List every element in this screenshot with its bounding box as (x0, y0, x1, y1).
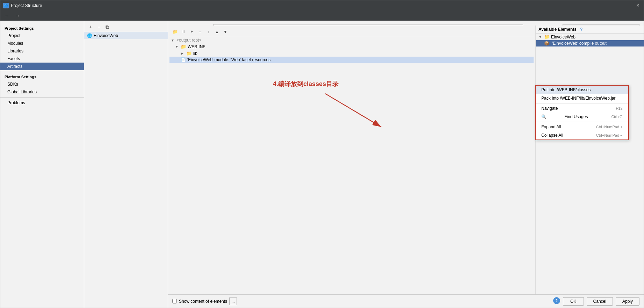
back-button[interactable]: ← (3, 12, 11, 19)
artifact-toolbar: + − ⧉ (84, 22, 168, 32)
ok-button[interactable]: OK (563, 297, 584, 306)
lib-label: lib (193, 51, 197, 56)
titlebar-icon: 🔷 (3, 3, 9, 8)
add-artifact-button[interactable]: + (87, 23, 94, 30)
available-elements-help[interactable]: ? (580, 27, 583, 32)
available-einvoiceweb-label: EinvoiceWeb (551, 35, 576, 40)
context-menu-collapse-all[interactable]: Collapse All Ctrl+NumPad − (536, 131, 628, 139)
context-menu-pack-into[interactable]: Pack Into /WEB-INF/lib/EinvoiceWeb.jar (536, 94, 628, 102)
tree-item-web-facet[interactable]: 📄 'EinvoiceWeb' module: 'Web' facet reso… (169, 57, 534, 63)
artifact-icon-einvoiceweb: 🌐 (87, 33, 92, 38)
show-content-row: Show content of elements ... (172, 298, 237, 305)
platform-settings-title: Platform Settings (0, 73, 84, 80)
context-menu-put-into[interactable]: Put into /WEB-INF/classes (536, 86, 628, 94)
context-menu-navigate[interactable]: Navigate F12 (536, 104, 628, 113)
annotation-text: 4.编译放到classes目录 (273, 80, 339, 88)
web-inf-folder-icon: 📁 (181, 44, 186, 49)
sidebar-item-modules[interactable]: Modules (0, 40, 84, 47)
output-tree-down-btn[interactable]: ▼ (222, 28, 229, 35)
output-tree-remove-btn[interactable]: − (197, 28, 204, 35)
sidebar-item-project[interactable]: Project (0, 32, 84, 40)
artifact-list-panel: + − ⧉ 🌐 EinvoiceWeb (84, 21, 168, 308)
sidebar-item-problems-label: Problems (7, 100, 25, 105)
available-tree-item-compile-output[interactable]: 📦 'EinvoiceWeb' compile output (536, 40, 644, 46)
close-button[interactable]: × (635, 2, 641, 9)
forward-button[interactable]: → (14, 12, 21, 19)
show-content-label: Show content of elements (179, 299, 227, 304)
detail-form: Name: Type: 🌐 Web Application: Exploded (168, 21, 644, 26)
sidebar-item-libraries-label: Libraries (7, 49, 23, 53)
context-menu: Put into /WEB-INF/classes Pack Into /WEB… (535, 85, 629, 140)
context-menu-expand-all[interactable]: Expand All Ctrl+NumPad + (536, 123, 628, 131)
show-content-checkbox[interactable] (172, 299, 177, 303)
sidebar-item-project-label: Project (7, 33, 20, 38)
sidebar-item-facets-label: Facets (7, 56, 20, 61)
web-facet-icon: 📄 (181, 57, 186, 62)
sidebar-item-global-libraries[interactable]: Global Libraries (0, 88, 84, 96)
find-usages-icon: 🔍 (541, 114, 547, 119)
sidebar-item-sdks-label: SDKs (7, 82, 18, 87)
context-menu-separator-2 (536, 122, 628, 122)
bottom-buttons: ? OK Cancel Apply (553, 297, 639, 306)
detail-section: Name: Type: 🌐 Web Application: Exploded (168, 21, 644, 308)
expand-output-root-icon: ▼ (171, 38, 175, 42)
sidebar: Project Settings Project Modules Librari… (0, 21, 84, 308)
output-tree-sort-btn[interactable]: ↕ (205, 28, 212, 35)
web-inf-label: WEB-INF (188, 44, 205, 49)
sidebar-item-global-libraries-label: Global Libraries (7, 89, 37, 94)
sidebar-item-libraries[interactable]: Libraries (0, 47, 84, 55)
compile-output-icon: 📦 (544, 41, 549, 46)
cancel-button[interactable]: Cancel (587, 297, 613, 306)
bottom-bar: Show content of elements ... ? OK Cancel… (168, 294, 644, 308)
tree-item-output-root[interactable]: ▼ <output root> (169, 37, 534, 43)
sidebar-item-artifacts-label: Artifacts (7, 64, 22, 69)
lib-folder-icon: 📁 (186, 51, 192, 56)
output-tree-pause-btn[interactable]: ⏸ (180, 28, 187, 35)
output-tree-folder-btn[interactable]: 📁 (172, 28, 179, 35)
tree-item-lib[interactable]: ▶ 📁 lib (169, 50, 534, 57)
sidebar-item-artifacts[interactable]: Artifacts (0, 63, 84, 70)
titlebar: 🔷 Project Structure × (0, 0, 644, 11)
output-layout-content: 📁 ⏸ + − ↕ ▲ ▼ ▼ <output root> ▼ (168, 26, 644, 294)
main-content: Project Settings Project Modules Librari… (0, 21, 644, 308)
available-elements-title: Available Elements ? (536, 26, 644, 34)
einvoiceweb-folder-icon: 📁 (544, 34, 550, 40)
sidebar-item-modules-label: Modules (7, 41, 23, 46)
sidebar-item-sdks[interactable]: SDKs (0, 80, 84, 88)
titlebar-left: 🔷 Project Structure (3, 3, 42, 8)
available-elements-panel: Available Elements ? ▼ 📁 EinvoiceWeb 📦 '… (535, 26, 644, 294)
context-menu-find-usages[interactable]: 🔍 Find Usages Ctrl+G (536, 113, 628, 121)
output-tree-toolbar: 📁 ⏸ + − ↕ ▲ ▼ (169, 27, 534, 37)
nav-bar: ← → (0, 11, 644, 21)
available-compile-output-label: 'EinvoiceWeb' compile output (552, 41, 607, 46)
artifact-entry-einvoiceweb[interactable]: 🌐 EinvoiceWeb (84, 32, 168, 39)
project-settings-title: Project Settings (0, 25, 84, 32)
output-root-label: <output root> (176, 38, 201, 43)
apply-button[interactable]: Apply (616, 297, 639, 306)
artifact-label-einvoiceweb: EinvoiceWeb (94, 33, 118, 38)
project-structure-dialog: 🔷 Project Structure × ← → Project Settin… (0, 0, 644, 308)
expand-einvoiceweb-icon: ▼ (538, 35, 543, 39)
copy-artifact-button[interactable]: ⧉ (104, 23, 111, 30)
tree-item-web-inf[interactable]: ▼ 📁 WEB-INF (169, 43, 534, 50)
web-facet-label: 'EinvoiceWeb' module: 'Web' facet resour… (187, 57, 270, 62)
remove-artifact-button[interactable]: − (95, 23, 102, 30)
output-tree-add-btn[interactable]: + (188, 28, 195, 35)
context-menu-separator-1 (536, 103, 628, 103)
sidebar-item-facets[interactable]: Facets (0, 55, 84, 63)
expand-web-inf-icon: ▼ (175, 45, 179, 49)
titlebar-title: Project Structure (11, 3, 42, 8)
available-tree-item-einvoiceweb[interactable]: ▼ 📁 EinvoiceWeb (536, 34, 644, 40)
expand-lib-icon: ▶ (181, 51, 185, 55)
output-tree: 📁 ⏸ + − ↕ ▲ ▼ ▼ <output root> ▼ (168, 26, 535, 294)
output-tree-up-btn[interactable]: ▲ (214, 28, 220, 35)
show-content-dots-button[interactable]: ... (229, 298, 237, 305)
sidebar-item-problems[interactable]: Problems (0, 99, 84, 107)
help-icon[interactable]: ? (553, 297, 560, 304)
